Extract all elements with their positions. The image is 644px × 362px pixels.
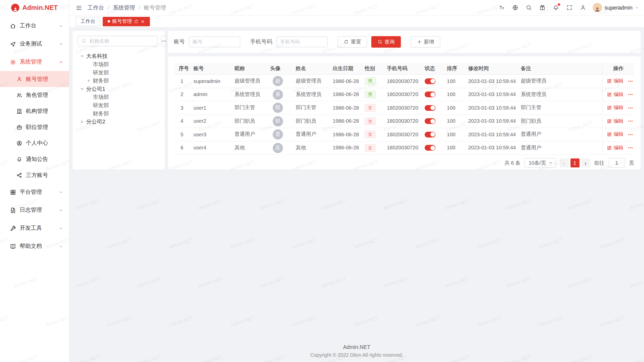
goto-page-input[interactable] [609, 158, 625, 168]
breadcrumb-item[interactable]: 系统管理 [113, 4, 135, 11]
sidebar-item-log[interactable]: 日志管理 [0, 201, 69, 219]
grid-icon [10, 189, 16, 195]
search-icon [377, 39, 382, 44]
prev-page-button[interactable]: ‹ [559, 158, 569, 167]
sidebar-subitem-position[interactable]: 职位管理 [0, 119, 69, 135]
caret-right-icon[interactable] [86, 78, 91, 83]
sidebar-item-workbench[interactable]: 工作台 [0, 17, 69, 35]
add-button[interactable]: 新增 [411, 36, 440, 48]
sidebar-item-devtools[interactable]: 开发工具 [0, 219, 69, 237]
sidebar-subitem-account[interactable]: 账号管理 [0, 71, 69, 87]
edit-button[interactable]: 编辑 [607, 78, 623, 85]
more-actions-icon[interactable] [628, 105, 633, 111]
sidebar-item-system[interactable]: 系统管理 [0, 53, 69, 71]
tab-workbench[interactable]: 工作台 [75, 17, 100, 26]
breadcrumb-item[interactable]: 工作台 [88, 4, 104, 11]
tree-node[interactable]: 研发部 [86, 101, 160, 110]
phone-filter-input[interactable] [276, 36, 328, 47]
sidebar-subitem-role[interactable]: 角色管理 [0, 87, 69, 103]
tab-account-management[interactable]: 账号管理 [103, 17, 150, 26]
language-globe-icon[interactable] [512, 5, 518, 11]
building-icon [16, 108, 22, 114]
font-size-icon[interactable] [499, 5, 505, 11]
tree-node[interactable]: 财务部 [86, 110, 160, 118]
total-count: 共 6 条 [504, 159, 520, 166]
status-toggle[interactable] [425, 118, 435, 124]
user-menu[interactable]: superadmin [593, 3, 639, 12]
cell-order: 100 [443, 101, 464, 114]
sidebar-item-platform[interactable]: 平台管理 [0, 183, 69, 201]
logo-icon [11, 4, 20, 12]
user-center-icon[interactable] [580, 5, 586, 11]
more-actions-icon[interactable] [628, 118, 633, 124]
sidebar-subitem-profile[interactable]: 个人中心 [0, 135, 69, 151]
notification-dot [558, 3, 560, 6]
sidebar-item-help[interactable]: 帮助文档 [0, 237, 69, 255]
cell-nickname: 超级管理员 [230, 75, 266, 87]
cell-seq: 1 [175, 75, 189, 87]
search-icon[interactable] [526, 5, 532, 11]
sidebar-subitem-org[interactable]: 机构管理 [0, 103, 69, 119]
logo[interactable]: Admin.NET [0, 0, 69, 15]
tree-node[interactable]: 分公司1 [79, 85, 160, 93]
tree-more-button[interactable] [161, 36, 167, 46]
sidebar-item-business-test[interactable]: 业务测试 [0, 35, 69, 53]
more-actions-icon[interactable] [628, 145, 633, 151]
main-area: 工作台 / 系统管理 / 账号管理 superadmin [69, 0, 644, 362]
status-toggle[interactable] [425, 105, 435, 111]
tree-node[interactable]: 市场部 [86, 60, 160, 69]
status-toggle[interactable] [425, 145, 435, 151]
more-actions-icon[interactable] [628, 78, 633, 84]
edit-button[interactable]: 编辑 [607, 91, 623, 98]
refresh-icon[interactable] [134, 19, 138, 24]
account-filter-input[interactable] [189, 36, 240, 47]
search-icon [81, 38, 86, 43]
page-size-select[interactable]: 10条/页 [525, 158, 555, 168]
cell-gender: 女 [360, 128, 383, 141]
cell-seq: 3 [175, 101, 189, 114]
edit-button[interactable]: 编辑 [607, 118, 623, 125]
collapse-menu-button[interactable] [73, 2, 84, 13]
caret-right-icon[interactable] [79, 119, 85, 124]
tree-node[interactable]: 研发部 [86, 69, 160, 77]
cell-status [421, 141, 443, 154]
table-row: 6user4其他其其他1986-06-28女180200307201002023… [175, 141, 634, 155]
tree-node[interactable]: 财务部 [86, 77, 160, 85]
caret-down-icon[interactable] [79, 86, 85, 92]
close-icon[interactable] [140, 19, 145, 24]
chevron-down-icon [59, 190, 63, 194]
toggle-knob [430, 79, 435, 83]
cell-account: user3 [189, 128, 230, 141]
reset-button[interactable]: 重置 [338, 36, 367, 48]
sidebar-subitem-notice[interactable]: 通知公告 [0, 151, 69, 167]
status-toggle[interactable] [425, 78, 435, 84]
fullscreen-icon[interactable] [567, 5, 573, 11]
cell-gender: 男 [360, 88, 383, 101]
caret-down-icon[interactable] [79, 54, 85, 59]
theme-gift-icon[interactable] [539, 5, 545, 11]
notification-bell-icon[interactable] [553, 5, 559, 11]
more-actions-icon[interactable] [628, 132, 633, 138]
active-tab-dot [108, 20, 110, 23]
tree-node[interactable]: 大名科技 [79, 52, 160, 60]
more-actions-icon[interactable] [628, 92, 633, 97]
edit-button[interactable]: 编辑 [607, 104, 623, 111]
query-button[interactable]: 查询 [371, 36, 401, 48]
cell-status [421, 128, 443, 141]
sidebar-item-label: 工作台 [20, 22, 59, 29]
status-toggle[interactable] [425, 92, 435, 97]
cell-name: 普通用户 [292, 128, 329, 141]
tree-node[interactable]: 分公司2 [79, 118, 160, 126]
sidebar-item-label: 日志管理 [20, 206, 59, 214]
tree-node[interactable]: 市场部 [86, 93, 160, 102]
edit-button[interactable]: 编辑 [607, 131, 623, 138]
sidebar-subitem-third-account[interactable]: 三方账号 [0, 167, 69, 183]
edit-button[interactable]: 编辑 [607, 144, 623, 151]
status-toggle[interactable] [425, 132, 435, 138]
avatar: 超 [273, 76, 283, 86]
cell-seq: 4 [175, 115, 189, 127]
next-page-button[interactable]: › [581, 158, 590, 167]
sidebar-item-label: 通知公告 [26, 155, 63, 163]
current-page[interactable]: 1 [570, 158, 579, 167]
org-search-input[interactable] [89, 38, 154, 44]
